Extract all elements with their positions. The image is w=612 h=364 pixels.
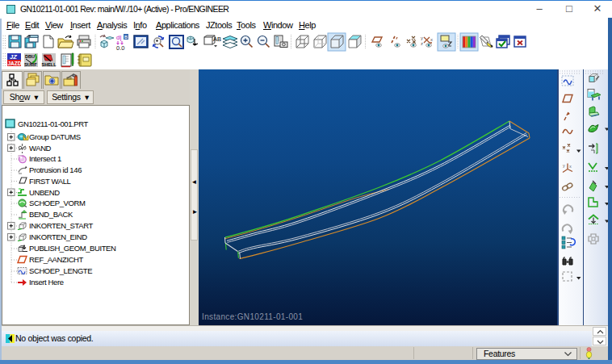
svg-text:x: x <box>569 164 572 169</box>
svg-text:x: x <box>430 37 433 42</box>
svg-text:y: y <box>563 163 565 168</box>
svg-text:0.0: 0.0 <box>116 44 124 52</box>
svg-text:SHELL: SHELL <box>42 62 57 67</box>
svg-text:z: z <box>421 41 423 46</box>
svg-text:B: B <box>124 35 128 40</box>
svg-text:SURF: SURF <box>24 62 37 67</box>
svg-text:AB: AB <box>213 36 221 43</box>
svg-text:d|: d| <box>116 34 122 41</box>
svg-text:JAZD: JAZD <box>8 61 22 66</box>
svg-text:y: y <box>421 36 423 40</box>
svg-text:DBU: DBU <box>25 54 35 59</box>
